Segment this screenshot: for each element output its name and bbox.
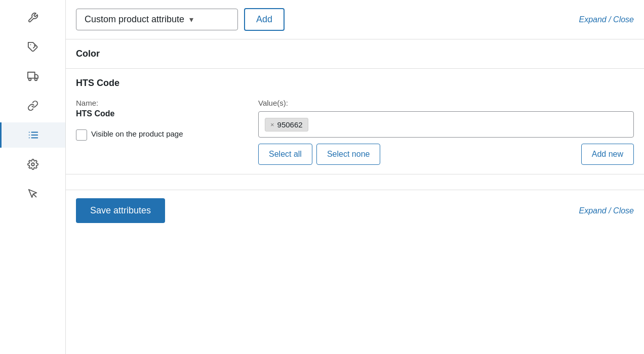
tag-value: 950662 — [277, 120, 303, 129]
hts-left: Name: HTS Code Visible on the product pa… — [76, 99, 238, 141]
add-new-button[interactable]: Add new — [581, 144, 634, 165]
hts-section: HTS Code Name: HTS Code Visible on the p… — [66, 69, 644, 174]
sidebar-item-settings[interactable] — [0, 5, 65, 30]
svg-rect-1 — [27, 72, 34, 78]
expand-close-link[interactable]: Expand / Close — [579, 15, 634, 24]
wrench-icon — [27, 12, 38, 23]
tools-icon — [27, 188, 38, 199]
main-content: Custom product attribute ▾ Add Expand / … — [66, 0, 644, 354]
svg-marker-2 — [34, 74, 37, 78]
svg-point-4 — [34, 78, 37, 81]
footer-bar: Save attributes Expand / Close — [66, 190, 644, 231]
footer-expand-close-link[interactable]: Expand / Close — [579, 206, 634, 215]
hts-body: Name: HTS Code Visible on the product pa… — [76, 99, 634, 165]
svg-point-3 — [28, 78, 31, 81]
sidebar — [0, 0, 66, 354]
svg-point-11 — [31, 163, 34, 166]
visible-checkbox[interactable] — [76, 129, 87, 141]
name-label: Name: — [76, 99, 238, 107]
color-section: Color — [66, 39, 644, 69]
sidebar-item-links[interactable] — [0, 93, 65, 118]
hts-section-title: HTS Code — [76, 78, 634, 88]
values-label: Value(s): — [258, 99, 634, 107]
spacer — [66, 174, 644, 190]
dropdown-label: Custom product attribute — [85, 14, 184, 25]
sidebar-item-tools[interactable] — [0, 181, 65, 206]
chevron-down-icon: ▾ — [189, 15, 193, 24]
name-value: HTS Code — [76, 109, 238, 118]
sidebar-item-tags[interactable] — [0, 34, 65, 60]
values-input-box[interactable]: × 950662 — [258, 111, 634, 138]
value-tag: × 950662 — [265, 118, 308, 131]
action-buttons: Select all Select none Add new — [258, 144, 634, 165]
save-attributes-button[interactable]: Save attributes — [76, 198, 165, 223]
add-button[interactable]: Add — [244, 8, 285, 31]
hts-right: Value(s): × 950662 Select all Select non… — [258, 99, 634, 165]
truck-icon — [27, 71, 38, 82]
attribute-dropdown[interactable]: Custom product attribute ▾ — [76, 9, 238, 30]
tags-icon — [27, 41, 38, 53]
visible-checkbox-row: Visible on the product page — [76, 128, 238, 141]
gear-icon — [27, 159, 38, 170]
sidebar-item-shipping[interactable] — [0, 64, 65, 89]
tag-remove-icon[interactable]: × — [270, 121, 274, 128]
list-icon — [28, 129, 39, 141]
top-bar: Custom product attribute ▾ Add Expand / … — [66, 0, 644, 39]
link-icon — [27, 100, 38, 111]
select-all-button[interactable]: Select all — [258, 144, 312, 165]
color-section-title: Color — [76, 49, 100, 59]
select-none-button[interactable]: Select none — [316, 144, 381, 165]
visible-label: Visible on the product page — [91, 128, 183, 139]
sidebar-item-attributes[interactable] — [0, 122, 65, 148]
sidebar-item-config[interactable] — [0, 152, 65, 177]
